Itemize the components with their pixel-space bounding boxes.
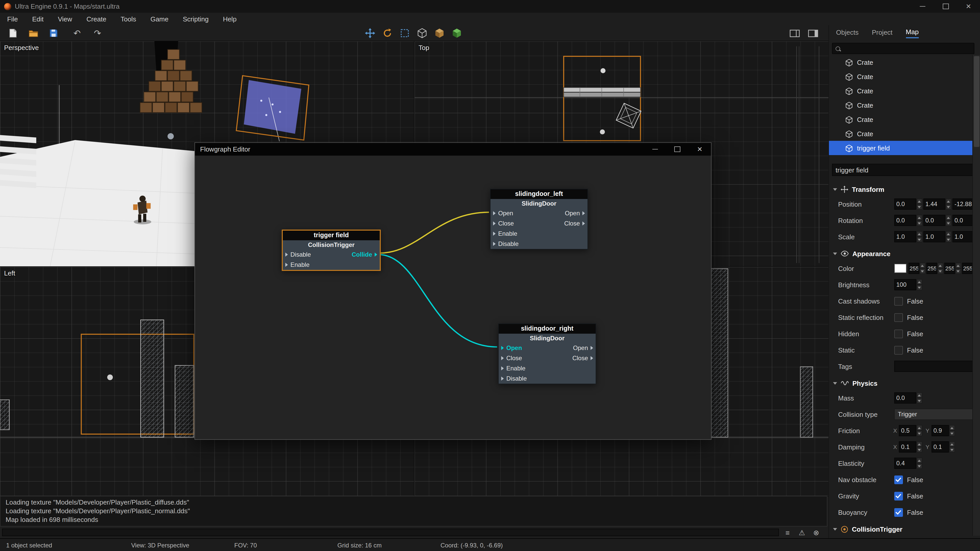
spinner[interactable] <box>917 215 922 226</box>
position-z-input[interactable] <box>953 198 974 210</box>
entity-name-field[interactable] <box>832 164 977 176</box>
new-file-button[interactable] <box>5 27 21 40</box>
spinner[interactable] <box>949 441 955 453</box>
flowgraph-close-button[interactable]: ✕ <box>689 143 711 156</box>
color-swatch[interactable] <box>894 264 907 273</box>
spinner[interactable] <box>917 425 923 436</box>
cast-shadows-checkbox[interactable] <box>894 297 903 305</box>
menu-item-edit[interactable]: Edit <box>25 13 51 25</box>
errors-filter-icon[interactable]: ⊗ <box>811 528 821 537</box>
tab-map[interactable]: Map <box>906 28 919 38</box>
rotation-y-input[interactable] <box>923 215 945 226</box>
input-port[interactable] <box>493 221 496 225</box>
spinner[interactable] <box>917 441 923 453</box>
select-box-tool-button[interactable] <box>398 27 411 40</box>
output-port[interactable] <box>590 346 593 350</box>
console-log[interactable]: Loading texture "Models/Developer/Player… <box>0 496 827 527</box>
menu-item-scripting[interactable]: Scripting <box>176 13 216 25</box>
move-tool-button[interactable] <box>363 27 377 40</box>
flowgraph-editor-window[interactable]: Flowgraph Editor ✕ trigger field Collisi… <box>194 142 711 440</box>
friction-y-input[interactable] <box>931 425 948 436</box>
damping-y-input[interactable] <box>931 441 948 453</box>
spinner[interactable] <box>956 263 961 274</box>
list-item-trigger-field[interactable]: trigger field <box>829 141 973 155</box>
static-reflection-checkbox[interactable] <box>894 313 903 322</box>
open-file-button[interactable] <box>25 27 41 40</box>
input-port[interactable] <box>493 211 496 215</box>
scale-y-input[interactable] <box>923 231 945 242</box>
tab-project[interactable]: Project <box>872 29 892 38</box>
color-r-input[interactable] <box>908 263 919 274</box>
list-item-crate[interactable]: Crate <box>829 84 973 98</box>
textured-mode-button[interactable] <box>433 27 446 40</box>
scale-z-input[interactable] <box>953 231 974 242</box>
tags-input[interactable] <box>894 361 974 372</box>
list-item-crate[interactable]: Crate <box>829 127 973 141</box>
input-port[interactable] <box>501 356 504 360</box>
title-bar[interactable]: Ultra Engine 0.9.1 - Maps/start.ultra ✕ <box>0 0 980 13</box>
spinner[interactable] <box>917 198 922 210</box>
rotation-x-input[interactable] <box>894 215 916 226</box>
input-port[interactable] <box>493 232 496 236</box>
output-port[interactable] <box>590 356 593 360</box>
menu-item-view[interactable]: View <box>51 13 80 25</box>
color-a-input[interactable] <box>962 263 973 274</box>
menu-item-create[interactable]: Create <box>80 13 114 25</box>
toggle-left-panel-button[interactable] <box>788 27 801 40</box>
input-port[interactable] <box>501 376 504 381</box>
static-checkbox[interactable] <box>894 346 903 354</box>
menu-item-file[interactable]: File <box>0 13 25 25</box>
spinner[interactable] <box>917 231 922 242</box>
collision-type-dropdown[interactable]: Trigger <box>894 409 980 420</box>
output-port[interactable] <box>582 211 585 215</box>
scrollbar-thumb[interactable] <box>974 56 980 147</box>
menu-item-game[interactable]: Game <box>143 13 176 25</box>
section-appearance[interactable]: Appearance <box>829 247 973 260</box>
warnings-filter-icon[interactable]: ⚠ <box>797 528 807 537</box>
friction-x-input[interactable] <box>899 425 916 436</box>
panel-scrollbar[interactable] <box>972 55 980 536</box>
section-collision-trigger[interactable]: CollisionTrigger <box>829 522 973 536</box>
redo-button[interactable]: ↷ <box>90 27 105 40</box>
flowgraph-canvas[interactable]: trigger field CollisionTrigger Disable C… <box>195 156 711 439</box>
spinner[interactable] <box>938 263 943 274</box>
flowgraph-minimize-button[interactable] <box>644 143 666 156</box>
gravity-checkbox[interactable] <box>894 492 903 500</box>
spinner[interactable] <box>946 215 951 226</box>
input-port[interactable] <box>285 252 288 257</box>
flowgraph-maximize-button[interactable] <box>666 143 689 156</box>
rotation-z-input[interactable] <box>953 215 974 226</box>
wire-collide-to-right-open[interactable] <box>380 254 497 347</box>
damping-x-input[interactable] <box>899 441 916 453</box>
list-item-crate[interactable]: Crate <box>829 69 973 84</box>
menu-item-tools[interactable]: Tools <box>114 13 143 25</box>
undo-button[interactable]: ↶ <box>69 27 85 40</box>
spinner[interactable] <box>949 425 955 436</box>
flowgraph-title-bar[interactable]: Flowgraph Editor ✕ <box>195 143 711 156</box>
foliage-tool-button[interactable] <box>450 27 463 40</box>
spinner[interactable] <box>917 392 922 403</box>
brightness-input[interactable] <box>894 279 916 290</box>
buoyancy-checkbox[interactable] <box>894 508 903 516</box>
minimize-button[interactable] <box>911 0 934 13</box>
tab-objects[interactable]: Objects <box>836 29 859 38</box>
rotate-tool-button[interactable] <box>381 27 394 40</box>
save-button[interactable] <box>46 27 61 40</box>
spinner[interactable] <box>946 231 951 242</box>
list-item-crate[interactable]: Crate <box>829 55 973 69</box>
elasticity-input[interactable] <box>894 457 916 469</box>
node-slidingdoor-left[interactable]: slidingdoor_left SlidingDoor Open Open C… <box>490 189 588 249</box>
input-port[interactable] <box>501 366 504 370</box>
position-x-input[interactable] <box>894 198 916 210</box>
search-input[interactable] <box>840 45 974 52</box>
nav-obstacle-checkbox[interactable] <box>894 475 903 484</box>
hidden-checkbox[interactable] <box>894 329 903 338</box>
spinner[interactable] <box>920 263 925 274</box>
spinner[interactable] <box>917 279 922 290</box>
scale-x-input[interactable] <box>894 231 916 242</box>
search-box[interactable] <box>832 43 974 54</box>
toggle-right-panel-button[interactable] <box>807 27 820 40</box>
node-trigger-field[interactable]: trigger field CollisionTrigger Disable C… <box>282 230 381 271</box>
section-transform[interactable]: Transform <box>829 183 973 196</box>
list-item-crate[interactable]: Crate <box>829 112 973 127</box>
